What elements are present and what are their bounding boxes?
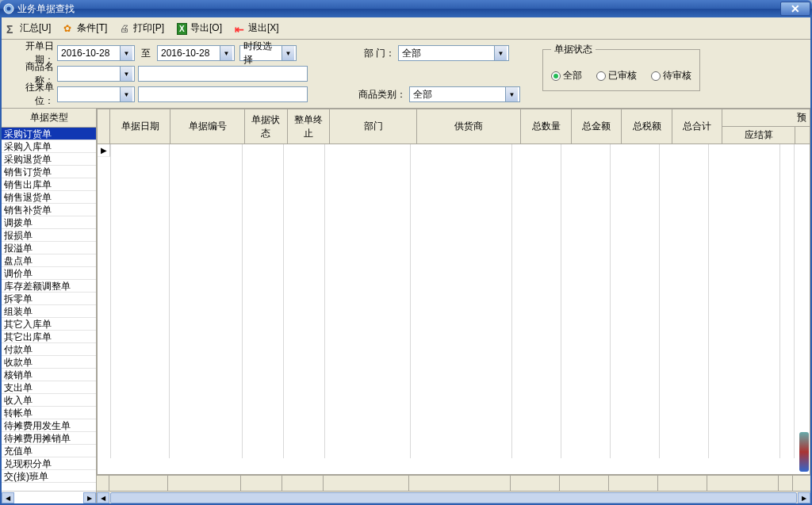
summary-label: 汇总[U]	[20, 21, 51, 35]
sidebar-item[interactable]: 调价单	[2, 267, 96, 280]
dropdown-icon[interactable]	[120, 67, 132, 81]
category-label: 商品类别：	[343, 88, 406, 101]
condition-label: 条件[T]	[77, 21, 107, 35]
data-grid: 单据日期单据编号单据状态整单终止部门供货商总数量总金额总税额总合计预 应结算 ▶	[97, 109, 810, 503]
title-bar: 业务单据查找 ✕	[0, 0, 812, 17]
dropdown-icon[interactable]	[282, 46, 294, 60]
sidebar-item[interactable]: 库存差额调整单	[2, 280, 96, 293]
col-header[interactable]: 总数量	[521, 109, 571, 144]
sidebar-item[interactable]: 采购入库单	[2, 140, 96, 153]
status-all-radio[interactable]: 全部	[551, 69, 582, 82]
grid-body[interactable]: ▶	[97, 144, 810, 475]
sidebar-item[interactable]: 销售订货单	[2, 166, 96, 178]
dropdown-icon[interactable]	[494, 46, 507, 60]
sidebar-item[interactable]: 其它出库单	[2, 331, 96, 343]
print-button[interactable]: 打印[P]	[120, 21, 164, 35]
col-header[interactable]: 单据状态	[245, 109, 287, 144]
radio-icon	[551, 71, 561, 81]
sidebar-item[interactable]: 兑现积分单	[2, 457, 96, 470]
dropdown-icon[interactable]	[505, 87, 518, 101]
status-group: 单据状态 全部 已审核 待审核	[542, 43, 700, 91]
status-pending-radio[interactable]: 待审核	[651, 69, 691, 82]
condition-button[interactable]: 条件[T]	[63, 21, 107, 35]
sidebar-item[interactable]: 调拨单	[2, 216, 96, 229]
toolbar: 汇总[U] 条件[T] 打印[P] 导出[O] 退出[X]	[2, 17, 810, 40]
dropdown-icon[interactable]	[220, 46, 232, 60]
period-select[interactable]: 时段选择	[239, 45, 297, 61]
export-button[interactable]: 导出[O]	[177, 21, 222, 35]
close-button[interactable]: ✕	[780, 2, 810, 16]
app-icon	[3, 3, 14, 14]
col-header[interactable]: 供货商	[417, 109, 521, 144]
status-approved-radio[interactable]: 已审核	[596, 69, 637, 82]
radio-icon	[596, 71, 606, 81]
grid-footer	[97, 475, 810, 491]
scroll-right-icon[interactable]	[798, 492, 810, 503]
scroll-right-icon[interactable]	[83, 492, 96, 503]
sidebar-list[interactable]: 采购订货单采购入库单采购退货单销售订货单销售出库单销售退货单销售补货单调拨单报损…	[2, 128, 96, 491]
sidebar-item[interactable]: 待摊费用摊销单	[2, 432, 96, 445]
exit-button[interactable]: 退出[X]	[235, 21, 279, 35]
condition-icon	[63, 23, 75, 34]
col-header[interactable]: 部门	[329, 109, 417, 144]
vendor-name-input[interactable]	[138, 86, 308, 102]
sidebar-item[interactable]: 收入单	[2, 394, 96, 407]
sidebar-item[interactable]: 组装单	[2, 305, 96, 318]
dept-label: 部 门：	[331, 47, 395, 60]
col-header[interactable]: 单据日期	[110, 109, 170, 144]
sidebar-item[interactable]: 其它入库单	[2, 318, 96, 331]
col-header[interactable]: 应结算	[722, 127, 795, 144]
radio-icon	[651, 71, 661, 81]
sidebar-item[interactable]: 采购订货单	[2, 128, 96, 140]
sidebar-item[interactable]: 拆零单	[2, 293, 96, 305]
doc-type-sidebar: 单据类型 采购订货单采购入库单采购退货单销售订货单销售出库单销售退货单销售补货单…	[2, 109, 97, 503]
vendor-label: 往来单位：	[8, 81, 54, 108]
scroll-left-icon[interactable]	[2, 492, 14, 503]
sidebar-item[interactable]: 采购退货单	[2, 153, 96, 166]
date-from-input[interactable]: 2016-10-28	[57, 45, 135, 61]
sidebar-hscroll[interactable]	[2, 491, 96, 503]
dept-select[interactable]: 全部	[398, 45, 509, 61]
product-select[interactable]	[57, 66, 135, 82]
dropdown-icon[interactable]	[120, 46, 132, 60]
print-label: 打印[P]	[133, 21, 164, 35]
sidebar-item[interactable]: 核销单	[2, 369, 96, 381]
sidebar-item[interactable]: 报溢单	[2, 242, 96, 254]
row-marker-icon: ▶	[98, 144, 110, 157]
grid-hscroll[interactable]	[97, 491, 810, 503]
sidebar-item[interactable]: 销售补货单	[2, 204, 96, 216]
col-header[interactable]: 总税额	[622, 109, 672, 144]
status-legend: 单据状态	[551, 43, 596, 56]
date-to-label: 至	[141, 47, 151, 60]
export-label: 导出[O]	[190, 21, 222, 35]
window-title: 业务单据查找	[17, 2, 780, 16]
sidebar-item[interactable]: 待摊费用发生单	[2, 419, 96, 432]
scroll-thumb[interactable]	[110, 492, 797, 503]
sidebar-item[interactable]: 销售退货单	[2, 191, 96, 204]
summary-button[interactable]: 汇总[U]	[6, 21, 51, 35]
sidebar-item[interactable]: 转帐单	[2, 407, 96, 419]
filter-panel: 开单日期： 2016-10-28 至 2016-10-28 时段选择 部 门： …	[2, 40, 810, 109]
date-to-input[interactable]: 2016-10-28	[157, 45, 235, 61]
sidebar-item[interactable]: 盘点单	[2, 254, 96, 267]
excel-icon	[177, 23, 188, 34]
sidebar-item[interactable]: 报损单	[2, 229, 96, 242]
vendor-select[interactable]	[57, 86, 135, 102]
sidebar-item[interactable]: 交(接)班单	[2, 470, 96, 483]
sidebar-item[interactable]: 销售出库单	[2, 178, 96, 191]
col-header[interactable]: 预	[722, 109, 810, 127]
dropdown-icon[interactable]	[120, 87, 132, 101]
sidebar-item[interactable]: 支出单	[2, 381, 96, 394]
product-name-input[interactable]	[138, 66, 308, 82]
scroll-left-icon[interactable]	[97, 492, 109, 503]
category-select[interactable]: 全部	[409, 86, 520, 102]
sidebar-item[interactable]: 收款单	[2, 356, 96, 369]
sidebar-item[interactable]: 充值单	[2, 445, 96, 457]
sidebar-item[interactable]: 付款单	[2, 343, 96, 356]
sigma-icon	[6, 23, 17, 34]
col-header[interactable]: 总金额	[571, 109, 621, 144]
resize-grip[interactable]	[799, 432, 809, 472]
col-header[interactable]: 单据编号	[170, 109, 245, 144]
col-header[interactable]: 整单终止	[287, 109, 329, 144]
col-header[interactable]: 总合计	[672, 109, 722, 144]
